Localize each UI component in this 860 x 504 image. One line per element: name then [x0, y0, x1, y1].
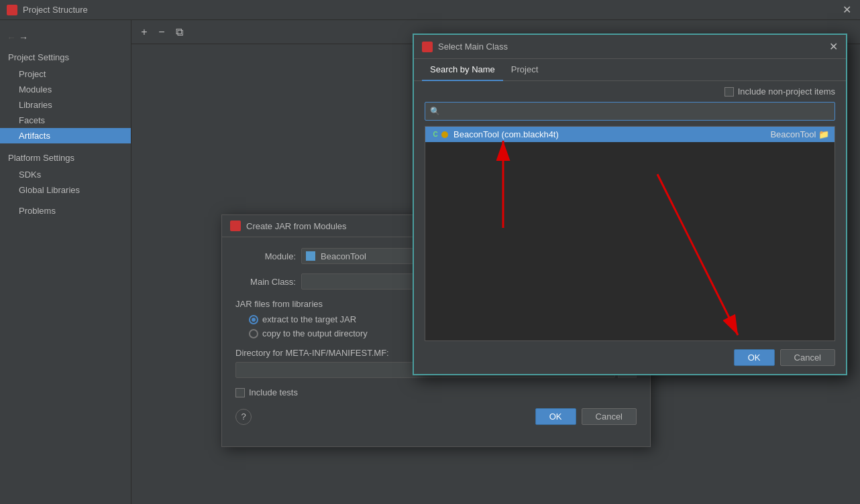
remove-button[interactable]: − [154, 25, 169, 40]
add-button[interactable]: + [137, 25, 152, 40]
tab-search-by-name[interactable]: Search by Name [422, 59, 503, 81]
search-icon: 🔍 [430, 107, 440, 116]
result-class-name: BeaconTool (com.blackh4t) [453, 129, 770, 139]
module-value: BeaconTool [321, 251, 366, 261]
copy-label: copy to the output directory [262, 328, 368, 338]
create-jar-footer: ? OK Cancel [235, 408, 637, 425]
module-label: Module: [235, 251, 296, 261]
sidebar-item-artifacts[interactable]: Artifacts [0, 128, 131, 143]
smd-footer: OK Cancel [414, 341, 846, 374]
sidebar-item-global-libraries[interactable]: Global Libraries [0, 182, 131, 198]
module-icon [306, 251, 315, 261]
class-icon: C [431, 130, 440, 139]
result-item-beacon-tool[interactable]: C BeaconTool (com.blackh4t) BeaconTool 📁 [425, 127, 835, 142]
sidebar-item-problems[interactable]: Problems [0, 203, 131, 218]
sidebar-item-facets[interactable]: Facets [0, 113, 131, 128]
sidebar: ← → Project Settings Project Modules Lib… [0, 20, 131, 504]
create-jar-icon [230, 220, 241, 231]
copy-radio[interactable] [249, 329, 258, 338]
copy-button[interactable]: ⧉ [172, 25, 186, 40]
folder-icon-wrapper: 📁 [818, 129, 829, 139]
include-non-project-checkbox[interactable] [724, 87, 734, 97]
smd-search-area: 🔍 [425, 102, 835, 121]
sidebar-item-modules[interactable]: Modules [0, 82, 131, 97]
window-close-button[interactable]: ✕ [840, 3, 853, 16]
create-jar-ok-button[interactable]: OK [535, 408, 576, 425]
nav-arrows: ← → [0, 27, 131, 48]
include-tests-row: Include tests [235, 387, 637, 397]
extract-label: extract to the target JAR [262, 314, 356, 324]
class-sub-icon [441, 131, 448, 138]
include-tests-checkbox[interactable] [235, 388, 245, 397]
platform-settings-section: Platform Settings [0, 149, 131, 167]
smd-ok-button[interactable]: OK [734, 349, 775, 366]
extract-radio[interactable] [249, 315, 258, 324]
search-input[interactable] [425, 102, 835, 121]
sidebar-item-project[interactable]: Project [0, 66, 131, 82]
result-module-name: BeaconTool 📁 [770, 129, 829, 139]
smd-icon [422, 42, 433, 52]
app-icon [7, 5, 17, 15]
window-title: Project Structure [23, 5, 835, 15]
select-main-class-dialog: Select Main Class ✕ Search by Name Proje… [413, 34, 847, 375]
include-non-project-label: Include non-project items [738, 86, 835, 97]
smd-title-bar: Select Main Class ✕ [414, 35, 846, 59]
result-icons: C [431, 130, 449, 139]
smd-close-button[interactable]: ✕ [829, 40, 838, 53]
title-bar: Project Structure ✕ [0, 0, 860, 20]
forward-arrow[interactable]: → [19, 32, 28, 43]
back-arrow[interactable]: ← [7, 32, 16, 43]
non-project-checkbox-row: Include non-project items [724, 86, 835, 97]
sidebar-item-sdks[interactable]: SDKs [0, 167, 131, 182]
project-settings-section: Project Settings [0, 48, 131, 66]
smd-tabs: Search by Name Project [414, 59, 846, 81]
non-project-row: Include non-project items [414, 81, 846, 102]
create-jar-cancel-button[interactable]: Cancel [582, 408, 637, 425]
main-class-label: Main Class: [235, 277, 296, 287]
help-button[interactable]: ? [235, 409, 252, 425]
sidebar-item-libraries[interactable]: Libraries [0, 97, 131, 113]
smd-title: Select Main Class [438, 42, 824, 52]
smd-cancel-button[interactable]: Cancel [780, 349, 835, 366]
tab-project[interactable]: Project [503, 59, 546, 81]
include-tests-label: Include tests [249, 387, 298, 397]
search-wrapper: 🔍 [425, 102, 835, 121]
result-list: C BeaconTool (com.blackh4t) BeaconTool 📁 [425, 126, 835, 341]
